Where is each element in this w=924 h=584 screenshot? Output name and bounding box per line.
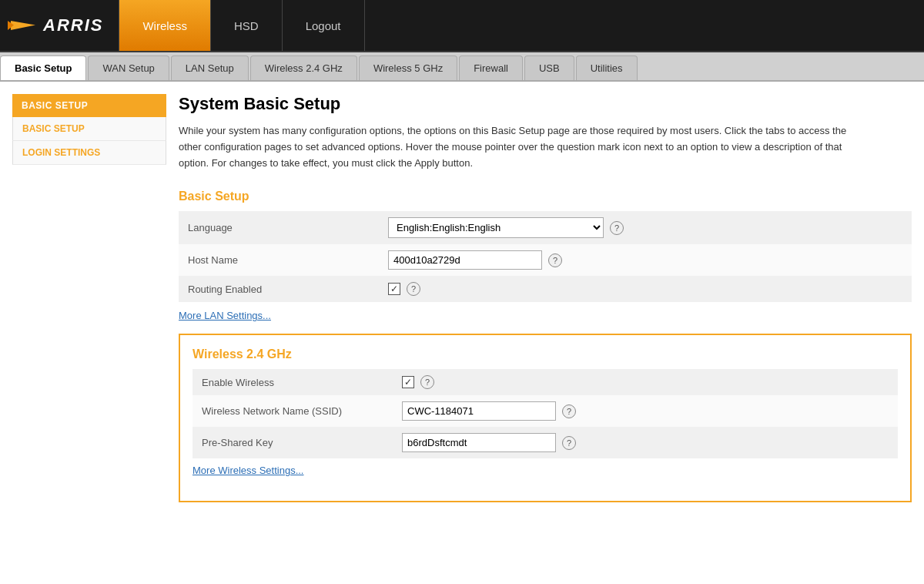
main-layout: BASIC SETUP BASIC SETUP LOGIN SETTINGS S… <box>0 82 924 515</box>
nav-wireless[interactable]: Wireless <box>119 0 211 51</box>
routing-checkbox[interactable] <box>388 283 400 295</box>
tab-bar: Basic Setup WAN Setup LAN Setup Wireless… <box>0 52 924 82</box>
language-value: English:English:English ? <box>379 211 912 244</box>
table-row-enable-wireless: Enable Wireless ? <box>192 369 898 395</box>
enable-wireless-value: ? <box>393 369 898 395</box>
language-select[interactable]: English:English:English <box>388 217 604 238</box>
psk-input[interactable] <box>402 433 556 452</box>
hostname-input[interactable] <box>388 250 542 270</box>
table-row-ssid: Wireless Network Name (SSID) ? <box>192 395 898 427</box>
page-title: System Basic Setup <box>179 94 912 114</box>
top-nav: ARRIS Wireless HSD Logout <box>0 0 924 51</box>
table-row-language: Language English:English:English ? <box>179 211 912 244</box>
wireless-24-table: Enable Wireless ? Wireless Network Name … <box>192 369 898 458</box>
hostname-help[interactable]: ? <box>548 253 562 267</box>
content-area: System Basic Setup While your system has… <box>179 94 912 502</box>
enable-wireless-help[interactable]: ? <box>420 375 434 389</box>
more-lan-settings-link[interactable]: More LAN Settings... <box>179 310 912 321</box>
sidebar-item-basic-setup[interactable]: BASIC SETUP <box>12 117 166 141</box>
psk-value: ? <box>393 427 898 458</box>
routing-label: Routing Enabled <box>179 276 379 302</box>
nav-logout[interactable]: Logout <box>283 0 365 51</box>
page-description: While your system has many configuration… <box>179 123 872 171</box>
table-row-psk: Pre-Shared Key ? <box>192 427 898 458</box>
table-row-hostname: Host Name ? <box>179 244 912 276</box>
table-row-routing: Routing Enabled ? <box>179 276 912 302</box>
language-help[interactable]: ? <box>610 221 624 235</box>
tab-firewall[interactable]: Firewall <box>459 55 523 80</box>
routing-value: ? <box>379 276 912 302</box>
routing-help[interactable]: ? <box>407 282 420 296</box>
tab-basic-setup[interactable]: Basic Setup <box>0 55 86 80</box>
logo-area: ARRIS <box>8 15 103 35</box>
tab-usb[interactable]: USB <box>524 55 574 80</box>
tab-wan-setup[interactable]: WAN Setup <box>88 55 169 80</box>
ssid-value: ? <box>393 395 898 427</box>
svg-marker-0 <box>11 21 35 30</box>
nav-hsd[interactable]: HSD <box>211 0 283 51</box>
wireless-24-section-title: Wireless 2.4 GHz <box>192 347 898 361</box>
psk-help[interactable]: ? <box>562 436 576 450</box>
enable-wireless-label: Enable Wireless <box>192 369 393 395</box>
ssid-help[interactable]: ? <box>562 404 576 418</box>
more-wireless-settings-link[interactable]: More Wireless Settings... <box>192 465 898 476</box>
sidebar-section-title: BASIC SETUP <box>12 94 166 117</box>
basic-setup-table: Language English:English:English ? Host … <box>179 211 912 302</box>
hostname-label: Host Name <box>179 244 379 276</box>
ssid-input[interactable] <box>402 401 556 421</box>
basic-setup-section-title: Basic Setup <box>179 190 912 203</box>
language-label: Language <box>179 211 379 244</box>
tab-utilities[interactable]: Utilities <box>576 55 638 80</box>
tab-lan-setup[interactable]: LAN Setup <box>171 55 249 80</box>
top-nav-links: Wireless HSD Logout <box>119 0 364 51</box>
psk-label: Pre-Shared Key <box>192 427 393 458</box>
tab-wireless-5[interactable]: Wireless 5 GHz <box>359 55 457 80</box>
arris-logo-icon <box>8 18 38 33</box>
sidebar-item-login-settings[interactable]: LOGIN SETTINGS <box>12 141 166 165</box>
enable-wireless-checkbox[interactable] <box>402 376 414 388</box>
sidebar: BASIC SETUP BASIC SETUP LOGIN SETTINGS <box>12 94 166 502</box>
tab-wireless-24[interactable]: Wireless 2.4 GHz <box>250 55 357 80</box>
ssid-label: Wireless Network Name (SSID) <box>192 395 393 427</box>
wireless-24-box: Wireless 2.4 GHz Enable Wireless ? Wirel… <box>179 334 912 502</box>
logo-text: ARRIS <box>43 15 103 35</box>
hostname-value: ? <box>379 244 912 276</box>
